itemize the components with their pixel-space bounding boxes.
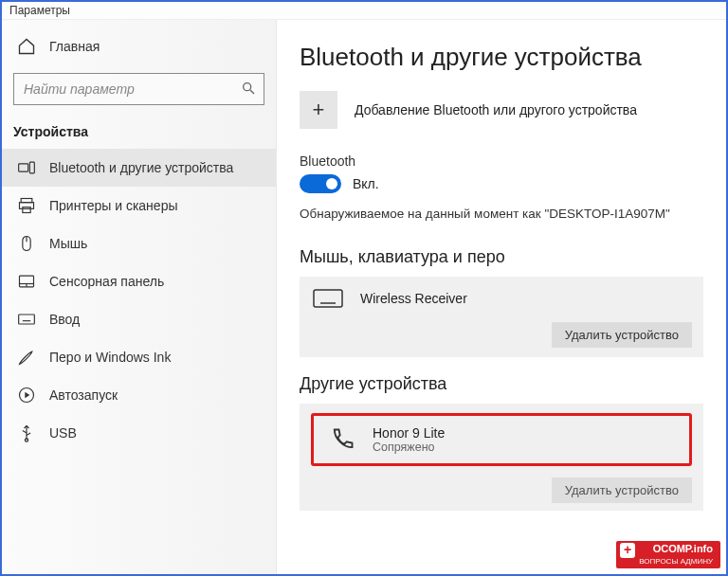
sidebar-item-printers[interactable]: Принтеры и сканеры [2,187,276,225]
add-device-button[interactable]: + [300,91,337,129]
device-name: Honor 9 Lite [373,425,445,441]
svg-rect-3 [29,162,34,173]
add-device-row[interactable]: + Добавление Bluetooth или другого устро… [300,91,703,129]
device-row: Honor 9 Lite Сопряжено [316,418,465,461]
keyboard-icon [17,310,36,329]
window-title: Параметры [2,2,726,20]
nav-home-label: Главная [49,39,100,54]
svg-rect-4 [21,199,32,203]
search-input[interactable] [22,81,241,98]
bluetooth-toggle-row: Вкл. [300,174,703,193]
mouse-icon [17,234,36,253]
bluetooth-toggle[interactable] [300,174,341,193]
remove-device-button[interactable]: Удалить устройство [552,477,692,503]
keyboard-device-icon [311,286,345,311]
page-title: Bluetooth и другие устройства [300,43,703,72]
toggle-state-label: Вкл. [353,176,379,191]
sidebar-item-label: USB [49,425,77,441]
sidebar: Главная Устройства Bluetooth и другие ус… [2,20,277,574]
highlight-box: Honor 9 Lite Сопряжено [311,413,692,466]
usb-icon [17,423,36,442]
sidebar-item-usb[interactable]: USB [2,414,276,452]
sidebar-item-label: Автозапуск [49,387,118,403]
watermark-plus-icon: + [620,543,635,558]
devices-icon [17,158,36,177]
sidebar-section-header: Устройства [2,118,276,149]
sidebar-item-touchpad[interactable]: Сенсорная панель [2,262,276,300]
touchpad-icon [17,272,36,291]
bluetooth-label: Bluetooth [300,153,703,169]
pen-icon [17,348,36,367]
watermark: + OCOMP.info ВОПРОСЫ АДМИНУ [616,541,720,568]
sidebar-item-pen[interactable]: Перо и Windows Ink [2,338,276,376]
svg-rect-5 [20,203,34,209]
svg-rect-2 [19,164,28,171]
sidebar-item-label: Ввод [49,312,80,327]
device-card-hid[interactable]: Wireless Receiver Удалить устройство [300,277,703,357]
sidebar-list: Bluetooth и другие устройства Принтеры и… [2,149,276,452]
discoverable-text: Обнаруживаемое на данный момент как "DES… [300,207,703,221]
sidebar-item-bluetooth[interactable]: Bluetooth и другие устройства [2,149,276,187]
section-title-other: Другие устройства [300,374,703,394]
device-row: Wireless Receiver [311,286,692,311]
device-card-other[interactable]: Honor 9 Lite Сопряжено Удалить устройств… [300,404,703,511]
settings-window: Параметры Главная Устройства [0,0,728,576]
search-icon [241,81,256,99]
watermark-line1: OCOMP.info [653,543,713,554]
printer-icon [17,196,36,215]
svg-rect-12 [19,315,35,324]
search-container [13,73,264,105]
toggle-knob [326,178,337,189]
svg-rect-22 [314,290,342,307]
svg-marker-19 [25,392,29,399]
watermark-line2: ВОПРОСЫ АДМИНУ [639,557,713,566]
sidebar-item-label: Принтеры и сканеры [49,198,177,213]
nav-home[interactable]: Главная [2,27,276,65]
search-input-wrap[interactable] [13,73,264,105]
section-title-hid: Мышь, клавиатура и перо [300,247,703,267]
sidebar-item-typing[interactable]: Ввод [2,300,276,338]
sidebar-item-mouse[interactable]: Мышь [2,225,276,262]
sidebar-item-label: Мышь [49,236,87,251]
device-text: Honor 9 Lite Сопряжено [373,425,445,454]
content-pane: Bluetooth и другие устройства + Добавлен… [277,20,726,574]
sidebar-item-label: Bluetooth и другие устройства [49,160,233,175]
home-icon [17,37,36,56]
svg-point-0 [244,82,251,90]
sidebar-item-autoplay[interactable]: Автозапуск [2,376,276,414]
svg-rect-6 [23,207,30,213]
window-body: Главная Устройства Bluetooth и другие ус… [2,20,726,574]
sidebar-item-label: Перо и Windows Ink [49,350,171,365]
add-device-label: Добавление Bluetooth или другого устройс… [355,102,637,117]
svg-line-1 [250,90,254,94]
remove-device-button[interactable]: Удалить устройство [552,322,692,348]
sidebar-item-label: Сенсорная панель [49,274,164,289]
plus-icon: + [313,98,325,122]
autoplay-icon [17,386,36,405]
phone-icon [325,427,359,452]
device-name: Wireless Receiver [360,291,467,306]
device-status: Сопряжено [373,441,445,454]
